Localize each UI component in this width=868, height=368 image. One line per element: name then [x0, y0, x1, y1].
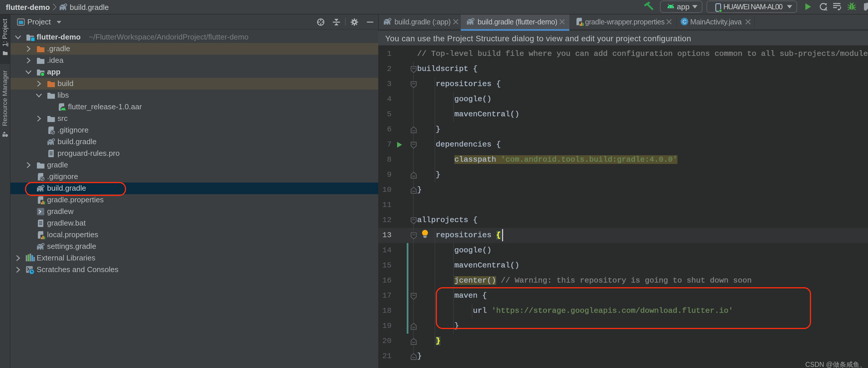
svg-text:C: C — [682, 19, 686, 25]
svg-text:A: A — [825, 7, 828, 11]
